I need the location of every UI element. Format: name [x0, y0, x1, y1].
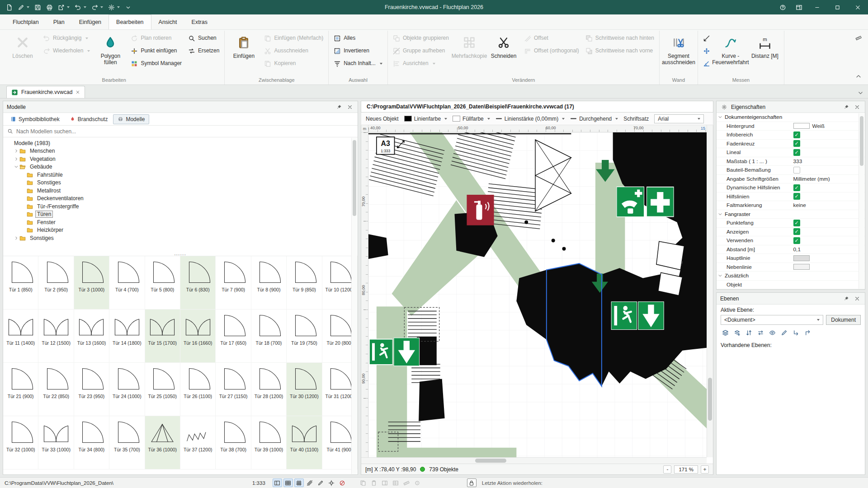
fire-extinguisher-sign[interactable] [467, 195, 494, 225]
new-file-button[interactable] [4, 2, 15, 13]
kurve-feuerwehrfahrt-button[interactable]: Kurve - Feuerwehrfahrt [714, 33, 747, 72]
property-section-zus-tzlich[interactable]: Zusätzlich [717, 272, 865, 281]
close-icon[interactable] [853, 295, 861, 303]
property-section-fangraster[interactable]: Fangraster [717, 210, 865, 219]
layers-add-button[interactable] [732, 328, 742, 337]
model-tile-t-r-14-1800[interactable]: Tür 14 (1800) [109, 310, 145, 363]
l-schen-button[interactable]: Löschen [6, 33, 39, 72]
value-abstand-m[interactable]: 0,1 [793, 246, 801, 253]
checkbox-infobereich[interactable]: ✓ [793, 131, 800, 138]
checkbox-dynamische-hilfslinien[interactable]: ✓ [793, 184, 800, 191]
table-tool[interactable] [391, 479, 401, 487]
tab-brandschutz[interactable]: Brandschutz [65, 114, 113, 124]
model-tile-t-r-24-1000[interactable]: Tür 24 (1000) [109, 363, 145, 416]
model-tile-t-r-22-850[interactable]: Tür 22 (850) [38, 363, 74, 416]
durchgehend-select[interactable]: Durchgehend [570, 115, 618, 122]
model-tile-t-r-23-950[interactable]: Tür 23 (950) [74, 363, 109, 416]
objekte-gruppieren-button[interactable]: Objekte gruppieren [390, 33, 452, 44]
exit-arrow-sign[interactable] [638, 301, 664, 330]
font-select[interactable]: Arial [654, 114, 704, 123]
ausschneiden-button[interactable]: Ausschneiden [261, 45, 326, 57]
chevron-down-icon[interactable] [858, 90, 863, 96]
hatch-toggle[interactable] [305, 479, 315, 487]
model-tile-t-r-36-1000[interactable]: Tür 36 (1000) [145, 416, 180, 469]
exit-sign[interactable] [611, 301, 637, 330]
visibility-button[interactable] [768, 328, 777, 337]
export-button[interactable] [56, 2, 72, 13]
model-tile-t-r-19-750[interactable]: Tür 19 (750) [287, 310, 322, 363]
model-tile-t-r-9-850[interactable]: Tür 9 (850) [287, 256, 322, 310]
tree-item-geb-ude[interactable]: Gebäude [3, 163, 358, 171]
model-tile-t-r-27-1150[interactable]: Tür 27 (1150) [216, 363, 251, 416]
splitter-handle[interactable]: •••••• [3, 253, 358, 256]
checkbox-lineal[interactable]: ✓ [793, 149, 800, 156]
more-button[interactable] [123, 2, 134, 13]
checkbox-anzeigen[interactable]: ✓ [793, 228, 800, 235]
tree-item-fenster[interactable]: Fenster [3, 218, 358, 226]
schrittweise-nach-vorne-button[interactable]: Schrittweise nach vorne [583, 45, 657, 57]
tree-item-menschen[interactable]: Menschen [3, 147, 358, 155]
tree-item-heizk-rper[interactable]: Heizkörper [3, 226, 358, 235]
layers-button[interactable] [721, 328, 730, 337]
ausrichten-button[interactable]: Ausrichten [390, 58, 452, 70]
tab-modelle[interactable]: Modelle [113, 114, 149, 124]
corner-down-button[interactable] [791, 328, 801, 337]
model-tile-t-r-17-650[interactable]: Tür 17 (650) [216, 310, 251, 363]
close-icon[interactable] [346, 103, 354, 111]
layers-list[interactable] [721, 351, 861, 470]
save-button[interactable] [32, 2, 43, 13]
model-tile-t-r-3-1000[interactable]: Tür 3 (1000) [74, 256, 109, 310]
table-view-toggle[interactable] [283, 479, 293, 487]
chevron-right-icon[interactable] [13, 149, 19, 153]
settings-gear-button[interactable] [106, 2, 122, 13]
tree-item-sonstiges[interactable]: Sonstiges [3, 179, 358, 187]
model-tile-t-r-1-850[interactable]: Tür 1 (850) [3, 256, 38, 310]
grid-toggle[interactable] [294, 479, 304, 487]
active-layer-select[interactable]: <Dokument> [721, 315, 823, 325]
linienfarbe-picker[interactable]: Linienfarbe [404, 116, 447, 122]
polygon-f-llen-button[interactable]: Polygon füllen [94, 33, 127, 72]
model-tile-t-r-16-1660[interactable]: Tür 16 (1660) [180, 310, 216, 363]
model-tile-t-r-37-1200[interactable]: Tür 37 (1200) [180, 416, 216, 469]
tree-item-fahrst-hle[interactable]: Fahrstühle [3, 171, 358, 179]
swatch-hintergrund[interactable] [793, 123, 810, 129]
model-tile-t-r-30-1200[interactable]: Tür 30 (1200) [287, 363, 322, 416]
model-tile-t-r-26-1100[interactable]: Tür 26 (1100) [180, 363, 216, 416]
model-tile-t-r-2-950[interactable]: Tür 2 (950) [38, 256, 74, 310]
pin-icon[interactable] [335, 103, 343, 111]
emergency-phone-sign[interactable] [617, 187, 645, 217]
edit-pencil-button[interactable] [779, 328, 789, 337]
zoom-in-button[interactable]: + [701, 465, 709, 474]
r-ckg-ngig-button[interactable]: Rückgängig [40, 33, 93, 44]
f-llfarbe-picker[interactable]: Füllfarbe [453, 116, 490, 122]
edit-pencil-button[interactable] [15, 2, 32, 13]
swatch-hauptlinie[interactable] [793, 255, 810, 261]
checkbox-verwenden[interactable]: ✓ [793, 237, 800, 244]
model-tile-t-r-7-900[interactable]: Tür 7 (900) [216, 256, 251, 310]
pin-icon[interactable] [842, 103, 850, 111]
print-button[interactable] [44, 2, 55, 13]
property-section-dokumenteigenschaften[interactable]: Dokumenteigenschaften [717, 113, 865, 122]
copy-tool[interactable] [359, 479, 368, 487]
undo-button[interactable] [72, 2, 89, 13]
chevron-right-icon[interactable] [13, 157, 19, 161]
model-tile-t-r-11-1400[interactable]: Tür 11 (1400) [3, 310, 38, 363]
properties-scrollbar[interactable] [859, 113, 864, 289]
tree-item-deckenventilatoren[interactable]: Deckenventilatoren [3, 195, 358, 203]
minimize-button[interactable] [807, 0, 827, 14]
model-tile-t-r-28-1200[interactable]: Tür 28 (1200) [251, 363, 287, 416]
vertical-scrollbar[interactable] [707, 125, 713, 457]
wiederholen-button[interactable]: Wiederholen [40, 45, 93, 57]
redo-button[interactable] [89, 2, 105, 13]
draw-mode-toggle[interactable] [316, 479, 326, 487]
swatch-nebenlinie[interactable] [793, 264, 810, 270]
corner-up-button[interactable] [803, 328, 812, 337]
offset-orthogonal-button[interactable]: Offset (orthogonal) [521, 45, 582, 57]
ribbon-collapse-button[interactable] [854, 72, 863, 81]
model-tile-t-r-33-1000[interactable]: Tür 33 (1000) [38, 416, 74, 469]
model-tile-t-r-39-1000[interactable]: Tür 39 (1000) [251, 416, 287, 469]
model-tile-t-r-15-1700[interactable]: Tür 15 (1700) [145, 310, 180, 363]
model-tile-t-r-35-700[interactable]: Tür 35 (700) [109, 416, 145, 469]
help-button[interactable] [774, 0, 791, 14]
schrittweise-nach-hinten-button[interactable]: Schrittweise nach hinten [583, 33, 657, 44]
